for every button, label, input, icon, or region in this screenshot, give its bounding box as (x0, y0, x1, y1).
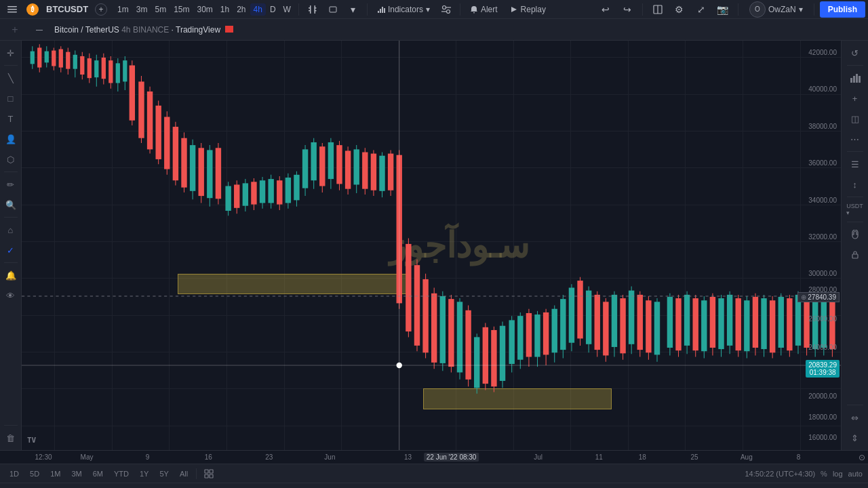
add-symbol-button[interactable]: + (95, 3, 107, 16)
redo-button[interactable]: ↪ (618, 0, 637, 19)
measure-tool[interactable]: 👁 (1, 286, 20, 305)
vscroll-button[interactable]: ⇕ (844, 428, 866, 447)
alert-tool[interactable]: 🔔 (1, 266, 20, 285)
topbar: ₿ BTCUSDT + 1m 3m 5m 15m 30m 1h 2h 4h D … (0, 0, 868, 19)
bartype-caret[interactable]: ▾ (344, 0, 363, 19)
tf-1m[interactable]: 1M (46, 468, 64, 479)
svg-rect-1 (7, 9, 17, 10)
undo-button[interactable]: ↩ (596, 0, 615, 19)
svg-rect-96 (328, 142, 334, 179)
tf-all[interactable]: All (176, 468, 192, 479)
svg-rect-132 (483, 327, 488, 384)
tf-D[interactable]: D (267, 3, 279, 16)
svg-rect-176 (675, 298, 681, 350)
svg-rect-0 (7, 6, 17, 7)
svg-rect-194 (753, 297, 758, 348)
fib-tool[interactable]: 👤 (1, 129, 20, 148)
hide-pane-button[interactable]: — (30, 20, 49, 39)
expand-panel-button[interactable]: ⤢ (844, 483, 863, 489)
tf-6m[interactable]: 6M (89, 468, 107, 479)
scale-button[interactable]: ↕ (844, 175, 866, 194)
pattern-tool[interactable]: ⬡ (1, 150, 20, 169)
trash-button[interactable]: 🗑 (1, 428, 20, 447)
tab-stock-screener[interactable]: Stock Screener ▾ (5, 486, 74, 489)
svg-rect-10 (378, 11, 379, 13)
menu-icon[interactable] (3, 0, 22, 19)
tf-5y[interactable]: 5Y (155, 468, 172, 479)
layout-rt-button[interactable]: ◫ (844, 109, 866, 128)
svg-rect-192 (744, 300, 749, 351)
svg-rect-32 (66, 52, 70, 69)
tab-trading-panel[interactable]: Trading Panel (193, 486, 252, 489)
add-indicator-button[interactable]: + (844, 89, 866, 108)
tf-ytd[interactable]: YTD (110, 468, 133, 479)
bartype-icon[interactable] (303, 0, 322, 19)
svg-rect-34 (73, 55, 77, 69)
symbol-label[interactable]: BTCUSDT (46, 4, 88, 14)
alert-button[interactable]: Alert (465, 3, 503, 16)
auto-label[interactable]: auto (848, 470, 863, 478)
add-pane-button[interactable]: + (5, 20, 24, 39)
indicators-button[interactable]: Indicators ▾ (372, 3, 435, 16)
tf-1y[interactable]: 1Y (136, 468, 153, 479)
tab-pine-editor[interactable]: Pine Editor (77, 486, 125, 489)
tf-1h[interactable]: 1h (217, 3, 233, 16)
bartype2-icon[interactable] (323, 0, 342, 19)
settings-button[interactable]: ⚙ (670, 0, 689, 19)
left-toolbar: ✛ ╲ □ T 👤 ⬡ ✏ 🔍 ⌂ ✓ 🔔 👁 🗑 (0, 41, 22, 450)
line-tool[interactable]: ╲ (1, 68, 20, 87)
zoom-tool[interactable]: 🔍 (1, 195, 20, 214)
btc-icon: ₿ (26, 3, 39, 16)
tf-5d[interactable]: 5D (26, 468, 43, 479)
svg-rect-24 (37, 47, 41, 67)
more-button[interactable]: ⋯ (844, 129, 866, 148)
reload-button[interactable]: ↺ (844, 43, 866, 62)
layout-select-button[interactable] (201, 466, 217, 482)
tf-5m[interactable]: 5m (151, 3, 170, 16)
svg-rect-158 (595, 295, 600, 350)
compare-button[interactable] (437, 0, 456, 19)
chart-type-button[interactable] (844, 68, 866, 87)
svg-rect-174 (667, 297, 673, 348)
home-button[interactable]: ⌂ (1, 220, 20, 239)
svg-rect-210 (821, 297, 827, 348)
tf-4h[interactable]: 4h (250, 3, 266, 16)
chart-area[interactable]: سـودآجوز (22, 41, 841, 450)
brush-tool[interactable]: ✏ (1, 175, 20, 194)
svg-rect-56 (155, 106, 161, 159)
tf-1d[interactable]: 1D (5, 468, 23, 479)
pricescale-button[interactable]: USDT▾ (844, 200, 866, 219)
hscroll-button[interactable]: ⇔ (844, 408, 866, 427)
publish-button[interactable]: Publish (820, 1, 865, 18)
svg-rect-52 (138, 81, 144, 138)
tf-2h[interactable]: 2h (233, 3, 249, 16)
text-tool[interactable]: T (1, 109, 20, 128)
svg-rect-9 (330, 7, 336, 12)
percent-label[interactable]: % (821, 470, 827, 478)
crosshair-tool[interactable]: ✛ (1, 43, 20, 62)
tf-1m[interactable]: 1m (114, 3, 132, 16)
eye-button[interactable]: ✓ (1, 241, 20, 260)
layout-button[interactable] (648, 0, 667, 19)
shape-tool[interactable]: □ (1, 89, 20, 108)
add-tab-button[interactable]: + (800, 483, 819, 489)
favorite-button[interactable]: ★ (822, 483, 841, 489)
scale-reset-button[interactable]: ⊙ (859, 453, 865, 462)
chart-canvas[interactable]: سـودآجوز (22, 41, 841, 450)
magnet-button[interactable] (844, 225, 866, 244)
orderbook-button[interactable]: ☰ (844, 155, 866, 174)
tf-30m[interactable]: 30m (193, 3, 216, 16)
tab-strategy-tester[interactable]: Strategy Tester (128, 486, 191, 489)
tf-3m[interactable]: 3M (67, 468, 85, 479)
time-13: 13 (404, 453, 412, 461)
tf-W[interactable]: W (280, 3, 294, 16)
tf-15m[interactable]: 15m (170, 3, 193, 16)
svg-rect-202 (787, 298, 792, 350)
fullscreen-button[interactable]: ⤢ (692, 0, 711, 19)
lock-scale-button[interactable] (844, 245, 866, 264)
tf-3m[interactable]: 3m (133, 3, 151, 16)
replay-button[interactable]: Replay (505, 3, 551, 16)
user-menu[interactable]: O OwZaN ▾ (744, 0, 808, 20)
log-label[interactable]: log (833, 470, 843, 478)
snapshot-button[interactable]: 📷 (713, 0, 732, 19)
